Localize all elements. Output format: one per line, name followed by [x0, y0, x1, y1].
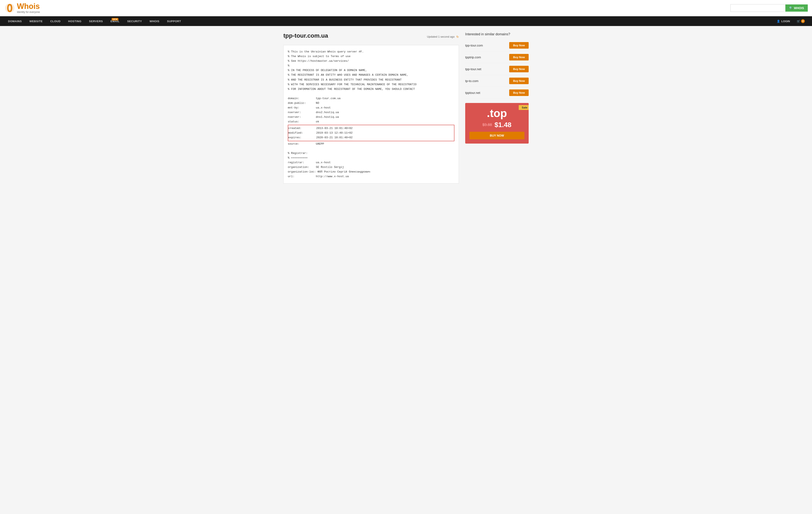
- whois-line: registrar: ua.x-host: [288, 160, 455, 165]
- whois-line: % ==========: [288, 155, 455, 160]
- sidebar: Interested in similar domains? tpp-tour.…: [465, 32, 529, 183]
- search-button-label: WHOIS: [794, 6, 804, 10]
- whois-line: % AND THE REGISTRAR IS A BUSINESS ENTITY…: [288, 78, 455, 82]
- nav-item-security[interactable]: SECURITY: [123, 17, 146, 26]
- nav-item-cloud[interactable]: CLOUD: [47, 17, 64, 26]
- whois-line: url: http://www.x-host.ua: [288, 174, 455, 179]
- whois-line: [288, 91, 455, 96]
- nav-item-hosting[interactable]: HOSTING: [64, 17, 85, 26]
- whois-modified: modified: 2019-03-13 12:40:11+02: [288, 131, 454, 135]
- suggestion-2: tpp-tour.net Buy Now: [465, 63, 529, 75]
- whois-line: % WITH THE SERVICES NECESSARY FOR THE TE…: [288, 82, 455, 87]
- search-area: 🔍 WHOIS: [730, 4, 808, 12]
- updated-text: Updated 1 second ago: [427, 35, 455, 38]
- suggestion-3: tp-to.com Buy Now: [465, 75, 529, 87]
- sale-banner: Sale .top $9.88 $1.48 BUY NOW: [465, 103, 529, 144]
- whois-created: created: 2013-03-21 10:01:40+02: [288, 126, 454, 131]
- suggestion-domain-3: tp-to.com: [465, 79, 478, 83]
- nav-right: 👤 LOGIN 🛒 0: [773, 16, 808, 26]
- user-icon: 👤: [777, 20, 780, 23]
- nav-item-domains[interactable]: DOMAINS: [4, 17, 26, 26]
- whois-line: nserver: dns2.hostiq.ua: [288, 110, 455, 115]
- buy-now-button-2[interactable]: Buy Now: [509, 66, 529, 72]
- nav-item-support[interactable]: SUPPORT: [163, 17, 185, 26]
- sidebar-title: Interested in similar domains?: [465, 32, 529, 36]
- login-button[interactable]: 👤 LOGIN: [773, 17, 794, 26]
- updated-line: Updated 1 second ago ↻: [427, 35, 459, 38]
- whois-line: nserver: dns1.hostiq.ua: [288, 115, 455, 119]
- suggestion-domain-0: tpp-tour.com: [465, 44, 483, 47]
- domain-header: tpp-tour.com.ua Updated 1 second ago ↻: [283, 32, 459, 42]
- logo: Whois Identity for everyone: [4, 3, 40, 13]
- suggestion-domain-4: tpptour.net: [465, 91, 480, 94]
- whois-line: domain: tpp-tour.com.ua: [288, 96, 455, 101]
- whois-line: % The Whois is subject to Terms of use: [288, 54, 455, 59]
- whois-line: status: ok: [288, 119, 455, 124]
- email-badge: NEW: [112, 18, 119, 21]
- login-label: LOGIN: [781, 20, 790, 23]
- logo-brand: Whois: [17, 3, 40, 10]
- suggestion-domain-1: tpptrip.com: [465, 55, 481, 59]
- whois-line: [288, 146, 455, 151]
- whois-line: dom-public: NO: [288, 101, 455, 106]
- logo-icon: [4, 3, 15, 13]
- logo-text: Whois Identity for everyone: [17, 3, 40, 13]
- whois-line: source: UAEPP: [288, 142, 455, 146]
- nav-item-whois[interactable]: WHOIS: [146, 17, 163, 26]
- sale-price-row: $9.88 $1.48: [469, 121, 524, 129]
- whois-line: mnt-by: ua.x-host: [288, 106, 455, 110]
- suggestion-4: tpptour.net Buy Now: [465, 87, 529, 99]
- sale-tld: .top: [469, 107, 524, 119]
- whois-line: % This is the Ukrainian Whois query serv…: [288, 50, 455, 54]
- whois-line: % THE REGISTRANT IS AN ENTITY WHO USES A…: [288, 73, 455, 77]
- svg-rect-1: [9, 6, 10, 10]
- whois-box: % This is the Ukrainian Whois query serv…: [283, 45, 459, 183]
- whois-content: tpp-tour.com.ua Updated 1 second ago ↻ %…: [283, 32, 459, 183]
- nav-item-website[interactable]: WEBSITE: [26, 17, 47, 26]
- sale-new-price: $1.48: [494, 121, 511, 129]
- main-content: tpp-tour.com.ua Updated 1 second ago ↻ %…: [279, 26, 533, 190]
- whois-line: % See https://hostmaster.ua/services/: [288, 59, 455, 63]
- header: Whois Identity for everyone 🔍 WHOIS: [0, 0, 812, 16]
- suggestion-0: tpp-tour.com Buy Now: [465, 39, 529, 51]
- whois-line: organization-loc: ФОП Ростіло Сергій Оле…: [288, 170, 455, 174]
- sale-old-price: $9.88: [482, 123, 492, 127]
- cart-icon: 🛒: [797, 20, 800, 23]
- nav-item-email[interactable]: NEW EMAIL: [107, 17, 123, 26]
- cart-button[interactable]: 🛒 0: [794, 16, 808, 26]
- search-button[interactable]: 🔍 WHOIS: [785, 4, 808, 11]
- nav-item-servers[interactable]: SERVERS: [85, 17, 107, 26]
- whois-line: organization: SE Rostilo Sergij: [288, 165, 455, 170]
- logo-tagline: Identity for everyone: [17, 10, 40, 13]
- whois-expires: expires: 2020-03-21 10:01:40+02: [288, 135, 454, 140]
- highlighted-dates: created: 2013-03-21 10:01:40+02 modified…: [288, 125, 455, 141]
- whois-line: % FOR INFORMATION ABOUT THE REGISTRANT O…: [288, 87, 455, 91]
- buy-now-button-1[interactable]: Buy Now: [509, 54, 529, 60]
- suggestion-domain-2: tpp-tour.net: [465, 67, 481, 71]
- search-input[interactable]: [730, 4, 785, 12]
- sale-buy-button[interactable]: BUY NOW: [469, 132, 524, 139]
- search-icon: 🔍: [789, 6, 793, 10]
- suggestion-1: tpptrip.com Buy Now: [465, 51, 529, 63]
- whois-line: % IN THE PROCESS OF DELEGATION OF A DOMA…: [288, 68, 455, 73]
- sale-tag: Sale: [519, 105, 529, 110]
- whois-line: % Registrar:: [288, 151, 455, 155]
- buy-now-button-4[interactable]: Buy Now: [509, 89, 529, 96]
- whois-line: %: [288, 63, 455, 68]
- cart-count: 0: [801, 19, 805, 23]
- refresh-icon[interactable]: ↻: [456, 35, 459, 38]
- domain-title: tpp-tour.com.ua: [283, 32, 328, 39]
- buy-now-button-0[interactable]: Buy Now: [509, 42, 529, 49]
- buy-now-button-3[interactable]: Buy Now: [509, 78, 529, 84]
- main-nav: DOMAINS WEBSITE CLOUD HOSTING SERVERS NE…: [0, 16, 812, 26]
